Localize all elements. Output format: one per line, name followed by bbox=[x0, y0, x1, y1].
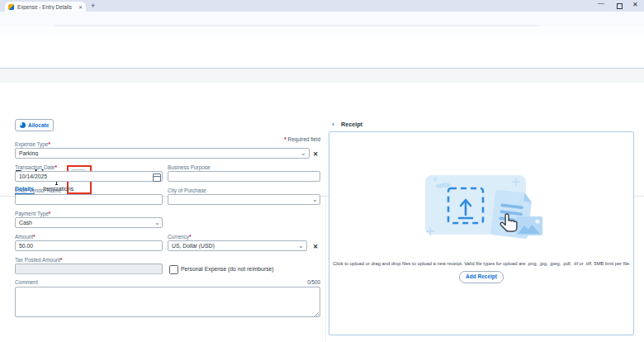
transaction-date-label: Transaction Date* bbox=[15, 164, 57, 170]
comment-label: Comment bbox=[15, 279, 38, 285]
resize-handle[interactable] bbox=[315, 312, 319, 316]
clear-field-icon[interactable]: ✕ bbox=[313, 243, 318, 250]
tab-title: Expense - Entry Details bbox=[17, 4, 76, 10]
add-receipt-button[interactable]: Add Receipt bbox=[459, 271, 504, 283]
comment-textarea[interactable] bbox=[15, 287, 320, 317]
tax-posted-amount-input bbox=[15, 264, 163, 274]
pie-chart-icon bbox=[20, 122, 26, 128]
report-subbar: ‹Back to Report ✕ bbox=[0, 69, 644, 83]
chevron-down-icon[interactable]: ⌄ bbox=[301, 150, 306, 157]
comment-char-counter: 0/500 bbox=[307, 279, 320, 285]
business-purpose-input[interactable] bbox=[168, 171, 320, 182]
upload-illustration bbox=[417, 165, 546, 254]
receipt-panel-title: Receipt bbox=[341, 121, 362, 128]
currency-select[interactable] bbox=[168, 240, 307, 251]
window-maximize-button[interactable] bbox=[617, 3, 623, 9]
clear-field-icon[interactable]: ✕ bbox=[313, 150, 318, 158]
personal-expense-checkbox[interactable] bbox=[169, 265, 178, 274]
vendor-label: Enter Vendor Name bbox=[15, 188, 61, 193]
browser-tabstrip: Expense - Entry Details ✕ + — ✕ bbox=[0, 0, 644, 12]
business-purpose-label: Business Purpose bbox=[168, 164, 211, 170]
required-field-note: * Required field bbox=[284, 136, 320, 142]
city-of-purchase-label: City of Purchase bbox=[168, 188, 206, 193]
browser-tab[interactable]: Expense - Entry Details ✕ bbox=[5, 2, 86, 12]
tab-close-icon[interactable]: ✕ bbox=[78, 4, 83, 10]
window-minimize-button[interactable]: — bbox=[598, 0, 604, 7]
payment-type-select[interactable] bbox=[15, 217, 163, 228]
chevron-down-icon[interactable]: ⌄ bbox=[298, 243, 304, 249]
app-nav: Manage Expenses Card Transactions Cash A… bbox=[0, 55, 644, 69]
window-close-button[interactable]: ✕ bbox=[632, 1, 638, 8]
panel-divider bbox=[325, 197, 326, 342]
chevron-down-icon[interactable]: ⌄ bbox=[312, 197, 318, 203]
favicon-icon bbox=[8, 4, 14, 10]
app-header: SAP Concur Expense ⌄ ? bbox=[0, 37, 644, 55]
upload-instructions: Click to upload or drag and drop files t… bbox=[333, 261, 630, 266]
expense-type-label: Expense Type* bbox=[15, 141, 50, 147]
bookmarks-bar: SAP Managed Boo... Concur Tony's Sites I… bbox=[0, 26, 644, 38]
transaction-date-input[interactable] bbox=[15, 171, 163, 182]
currency-label: Currency* bbox=[168, 234, 191, 240]
vendor-input[interactable] bbox=[15, 194, 163, 205]
calendar-icon[interactable] bbox=[153, 173, 161, 182]
new-tab-button[interactable]: + bbox=[91, 2, 95, 10]
chevron-down-icon[interactable]: ⌄ bbox=[154, 220, 160, 226]
expense-type-input[interactable] bbox=[15, 148, 310, 159]
collapse-panel-icon[interactable]: › bbox=[332, 121, 334, 128]
browser-toolbar: ← → ⟳ ⌂ us2.concursolutions.com/nui/expe… bbox=[0, 12, 644, 26]
amount-label: Amount* bbox=[15, 234, 36, 240]
screenshot-root: Expense - Entry Details ✕ + — ✕ ← → ⟳ ⌂ … bbox=[0, 0, 644, 342]
amount-input[interactable] bbox=[15, 240, 163, 251]
personal-expense-label: Personal Expense (do not reimburse) bbox=[181, 266, 274, 272]
allocate-button[interactable]: Allocate bbox=[15, 119, 54, 131]
payment-type-label: Payment Type* bbox=[15, 211, 50, 216]
tax-posted-amount-label: Tax Posted Amount* bbox=[15, 257, 63, 263]
city-of-purchase-input[interactable] bbox=[168, 194, 320, 205]
